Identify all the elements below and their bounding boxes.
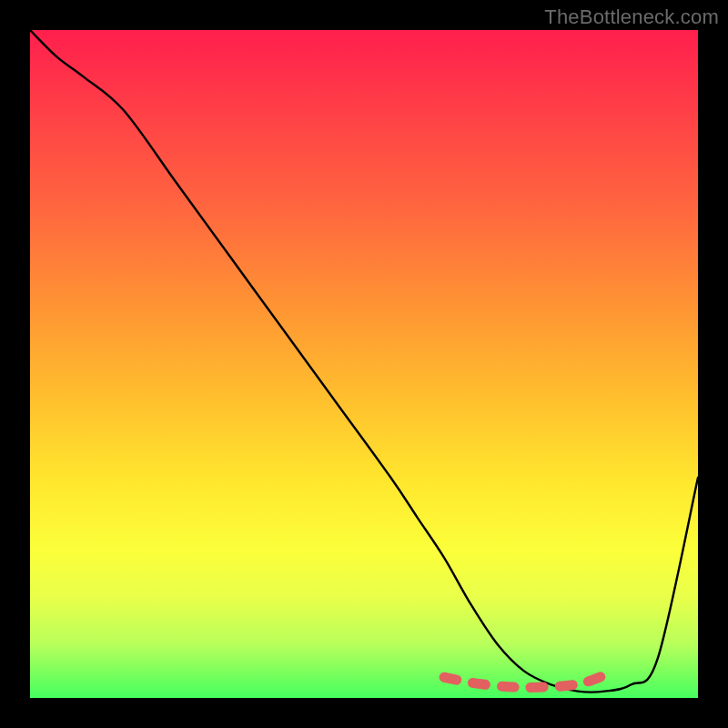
bottleneck-curve [30, 30, 698, 693]
curve-layer [30, 30, 698, 698]
plot-area [30, 30, 698, 698]
highlight-segment [444, 675, 604, 687]
watermark-text: TheBottleneck.com [544, 5, 719, 29]
chart-frame: TheBottleneck.com [0, 0, 728, 728]
